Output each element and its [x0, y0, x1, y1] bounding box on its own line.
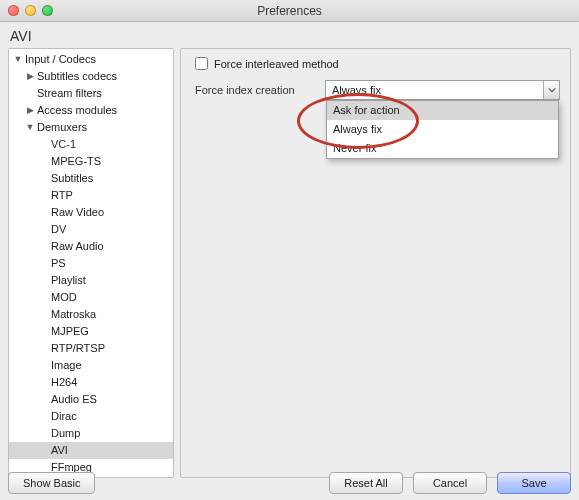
tree-item-label: Dump: [49, 426, 80, 441]
force-index-label: Force index creation: [195, 84, 319, 96]
tree-item-label: H264: [49, 375, 77, 390]
dropdown-option[interactable]: Always fix: [327, 120, 558, 139]
tree-item-subtitles-codecs[interactable]: ▶Subtitles codecs: [9, 68, 173, 85]
tree-item-label: Dirac: [49, 409, 77, 424]
window-titlebar: Preferences: [0, 0, 579, 22]
tree-item-avi[interactable]: AVI: [9, 442, 173, 459]
tree-item-mpeg-ts[interactable]: MPEG-TS: [9, 153, 173, 170]
tree-item-playlist[interactable]: Playlist: [9, 272, 173, 289]
tree-item-label: Raw Audio: [49, 239, 104, 254]
tree-item-access-modules[interactable]: ▶Access modules: [9, 102, 173, 119]
settings-panel: Force interleaved method Force index cre…: [180, 48, 571, 478]
combobox-toggle[interactable]: [543, 81, 559, 99]
tree-item-label: DV: [49, 222, 66, 237]
tree-item-input-codecs[interactable]: ▼Input / Codecs: [9, 51, 173, 68]
force-index-combobox[interactable]: Always fix Ask for actionAlways fixNever…: [325, 80, 560, 100]
tree-item-raw-audio[interactable]: Raw Audio: [9, 238, 173, 255]
tree-item-label: RTP: [49, 188, 73, 203]
show-basic-button[interactable]: Show Basic: [8, 472, 95, 494]
combobox-value: Always fix: [332, 84, 381, 96]
triangle-down-icon: ▼: [13, 52, 23, 67]
tree-item-label: Playlist: [49, 273, 86, 288]
force-index-row: Force index creation Always fix Ask for …: [195, 80, 560, 100]
tree-item-label: Access modules: [35, 103, 117, 118]
triangle-down-icon: ▼: [25, 120, 35, 135]
tree-item-label: Subtitles: [49, 171, 93, 186]
tree-item-label: Matroska: [49, 307, 96, 322]
footer-right-group: Reset All Cancel Save: [329, 472, 571, 494]
tree-item-rtp[interactable]: RTP: [9, 187, 173, 204]
tree-item-label: Raw Video: [49, 205, 104, 220]
tree-item-image[interactable]: Image: [9, 357, 173, 374]
reset-all-button[interactable]: Reset All: [329, 472, 403, 494]
force-interleaved-checkbox[interactable]: [195, 57, 208, 70]
force-index-dropdown[interactable]: Ask for actionAlways fixNever fix: [326, 100, 559, 159]
tree-item-label: Input / Codecs: [23, 52, 96, 67]
tree-item-mjpeg[interactable]: MJPEG: [9, 323, 173, 340]
dialog-footer: Show Basic Reset All Cancel Save: [8, 472, 571, 494]
tree-item-matroska[interactable]: Matroska: [9, 306, 173, 323]
force-interleaved-row: Force interleaved method: [195, 57, 560, 70]
tree-item-audio-es[interactable]: Audio ES: [9, 391, 173, 408]
tree-item-vc-1[interactable]: VC-1: [9, 136, 173, 153]
force-interleaved-label: Force interleaved method: [214, 58, 339, 70]
tree-item-label: MOD: [49, 290, 77, 305]
window-title: Preferences: [0, 4, 579, 18]
tree-item-label: MJPEG: [49, 324, 89, 339]
tree-item-label: AVI: [49, 443, 68, 458]
preferences-content: ▼Input / Codecs▶Subtitles codecsStream f…: [0, 48, 579, 478]
tree-item-label: Demuxers: [35, 120, 87, 135]
save-button[interactable]: Save: [497, 472, 571, 494]
tree-item-rtp-rtsp[interactable]: RTP/RTSP: [9, 340, 173, 357]
tree-item-label: Image: [49, 358, 82, 373]
tree-item-label: MPEG-TS: [49, 154, 101, 169]
dropdown-option[interactable]: Never fix: [327, 139, 558, 158]
tree-item-raw-video[interactable]: Raw Video: [9, 204, 173, 221]
tree-item-label: PS: [49, 256, 66, 271]
tree-item-mod[interactable]: MOD: [9, 289, 173, 306]
triangle-right-icon: ▶: [25, 103, 35, 118]
dropdown-option[interactable]: Ask for action: [327, 101, 558, 120]
tree-item-label: Stream filters: [35, 86, 102, 101]
triangle-right-icon: ▶: [25, 69, 35, 84]
section-title: AVI: [0, 22, 579, 48]
tree-item-dv[interactable]: DV: [9, 221, 173, 238]
category-tree[interactable]: ▼Input / Codecs▶Subtitles codecsStream f…: [8, 48, 174, 478]
tree-item-demuxers[interactable]: ▼Demuxers: [9, 119, 173, 136]
tree-item-h264[interactable]: H264: [9, 374, 173, 391]
tree-item-subtitles[interactable]: Subtitles: [9, 170, 173, 187]
tree-item-label: VC-1: [49, 137, 76, 152]
tree-item-label: Audio ES: [49, 392, 97, 407]
tree-item-label: Subtitles codecs: [35, 69, 117, 84]
tree-item-dump[interactable]: Dump: [9, 425, 173, 442]
tree-item-ps[interactable]: PS: [9, 255, 173, 272]
tree-item-dirac[interactable]: Dirac: [9, 408, 173, 425]
cancel-button[interactable]: Cancel: [413, 472, 487, 494]
tree-item-label: RTP/RTSP: [49, 341, 105, 356]
tree-item-stream-filters[interactable]: Stream filters: [9, 85, 173, 102]
chevron-down-icon: [548, 86, 556, 94]
